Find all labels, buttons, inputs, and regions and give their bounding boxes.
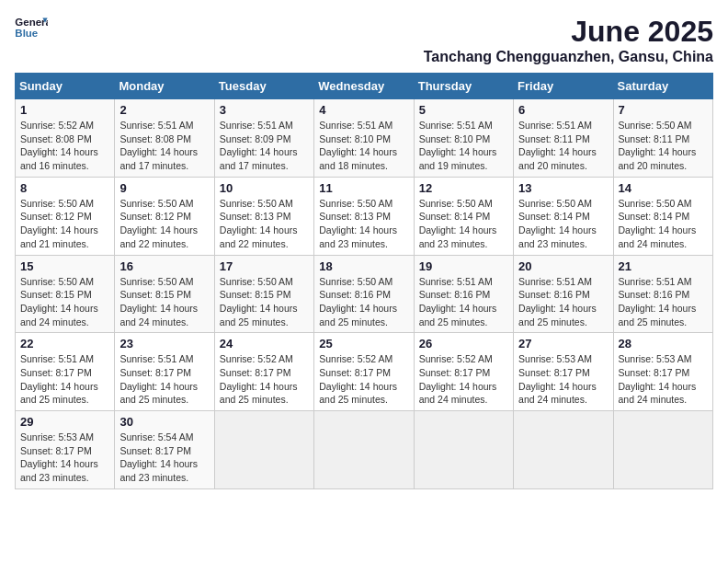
day-number: 4: [319, 103, 408, 117]
header-cell-friday: Friday: [514, 74, 613, 99]
day-info: Sunrise: 5:52 AM Sunset: 8:17 PM Dayligh…: [319, 352, 408, 407]
title-area: June 2025 Tanchang Chengguanzhen, Gansu,…: [424, 15, 713, 65]
day-info: Sunrise: 5:52 AM Sunset: 8:17 PM Dayligh…: [220, 352, 309, 407]
header-cell-tuesday: Tuesday: [214, 74, 313, 99]
day-number: 7: [619, 103, 708, 117]
logo: General Blue: [15, 15, 48, 42]
day-cell: [214, 411, 313, 489]
day-cell: 26Sunrise: 5:52 AM Sunset: 8:17 PM Dayli…: [414, 333, 513, 411]
day-cell: 14Sunrise: 5:50 AM Sunset: 8:14 PM Dayli…: [613, 177, 712, 255]
day-cell: 15Sunrise: 5:50 AM Sunset: 8:15 PM Dayli…: [16, 255, 115, 333]
day-cell: [314, 411, 414, 489]
day-number: 22: [20, 337, 109, 350]
day-cell: 17Sunrise: 5:50 AM Sunset: 8:15 PM Dayli…: [214, 255, 313, 333]
day-number: 25: [319, 337, 408, 350]
day-cell: [414, 411, 513, 489]
day-info: Sunrise: 5:51 AM Sunset: 8:08 PM Dayligh…: [119, 119, 209, 173]
day-cell: 16Sunrise: 5:50 AM Sunset: 8:15 PM Dayli…: [115, 255, 214, 333]
day-cell: [613, 411, 712, 489]
day-number: 11: [319, 181, 408, 195]
day-cell: [514, 411, 613, 489]
day-cell: 10Sunrise: 5:50 AM Sunset: 8:13 PM Dayli…: [214, 177, 313, 255]
day-info: Sunrise: 5:50 AM Sunset: 8:13 PM Dayligh…: [319, 197, 408, 251]
day-info: Sunrise: 5:51 AM Sunset: 8:09 PM Dayligh…: [220, 119, 309, 173]
day-info: Sunrise: 5:51 AM Sunset: 8:16 PM Dayligh…: [419, 275, 508, 329]
day-number: 19: [419, 259, 508, 273]
day-cell: 18Sunrise: 5:50 AM Sunset: 8:16 PM Dayli…: [314, 255, 414, 333]
day-info: Sunrise: 5:51 AM Sunset: 8:17 PM Dayligh…: [20, 352, 109, 407]
day-info: Sunrise: 5:50 AM Sunset: 8:12 PM Dayligh…: [119, 197, 209, 251]
day-cell: 11Sunrise: 5:50 AM Sunset: 8:13 PM Dayli…: [314, 177, 414, 255]
day-number: 20: [518, 259, 608, 273]
day-number: 15: [20, 259, 109, 273]
day-cell: 3Sunrise: 5:51 AM Sunset: 8:09 PM Daylig…: [214, 99, 313, 178]
day-info: Sunrise: 5:51 AM Sunset: 8:10 PM Dayligh…: [319, 119, 408, 173]
header-cell-sunday: Sunday: [16, 74, 115, 99]
day-number: 18: [319, 259, 408, 273]
day-number: 5: [419, 103, 508, 117]
day-info: Sunrise: 5:52 AM Sunset: 8:08 PM Dayligh…: [20, 119, 109, 173]
day-number: 24: [220, 337, 309, 350]
day-info: Sunrise: 5:50 AM Sunset: 8:13 PM Dayligh…: [220, 197, 309, 251]
day-cell: 1Sunrise: 5:52 AM Sunset: 8:08 PM Daylig…: [16, 99, 115, 178]
day-cell: 12Sunrise: 5:50 AM Sunset: 8:14 PM Dayli…: [414, 177, 513, 255]
day-number: 3: [220, 103, 309, 117]
month-title: June 2025: [424, 15, 713, 49]
header-cell-thursday: Thursday: [414, 74, 513, 99]
day-number: 10: [220, 181, 309, 195]
day-info: Sunrise: 5:50 AM Sunset: 8:14 PM Dayligh…: [619, 197, 708, 251]
day-cell: 19Sunrise: 5:51 AM Sunset: 8:16 PM Dayli…: [414, 255, 513, 333]
day-info: Sunrise: 5:51 AM Sunset: 8:17 PM Dayligh…: [119, 352, 209, 407]
header-cell-monday: Monday: [115, 74, 214, 99]
day-number: 23: [119, 337, 209, 350]
day-number: 26: [419, 337, 508, 350]
logo-icon: General Blue: [15, 15, 48, 42]
day-number: 17: [220, 259, 309, 273]
day-number: 29: [20, 415, 109, 429]
day-cell: 23Sunrise: 5:51 AM Sunset: 8:17 PM Dayli…: [115, 333, 214, 411]
day-info: Sunrise: 5:50 AM Sunset: 8:15 PM Dayligh…: [20, 275, 109, 329]
day-info: Sunrise: 5:52 AM Sunset: 8:17 PM Dayligh…: [419, 352, 508, 407]
day-info: Sunrise: 5:54 AM Sunset: 8:17 PM Dayligh…: [119, 431, 209, 485]
header-cell-saturday: Saturday: [613, 74, 712, 99]
day-info: Sunrise: 5:50 AM Sunset: 8:14 PM Dayligh…: [518, 197, 608, 251]
day-info: Sunrise: 5:53 AM Sunset: 8:17 PM Dayligh…: [20, 431, 109, 485]
day-number: 9: [119, 181, 209, 195]
day-number: 2: [119, 103, 209, 117]
day-number: 16: [119, 259, 209, 273]
day-info: Sunrise: 5:53 AM Sunset: 8:17 PM Dayligh…: [619, 352, 708, 407]
calendar-body: 1Sunrise: 5:52 AM Sunset: 8:08 PM Daylig…: [16, 99, 713, 489]
day-number: 13: [518, 181, 608, 195]
day-cell: 29Sunrise: 5:53 AM Sunset: 8:17 PM Dayli…: [16, 411, 115, 489]
day-cell: 27Sunrise: 5:53 AM Sunset: 8:17 PM Dayli…: [514, 333, 613, 411]
week-row-3: 22Sunrise: 5:51 AM Sunset: 8:17 PM Dayli…: [16, 333, 713, 411]
day-cell: 9Sunrise: 5:50 AM Sunset: 8:12 PM Daylig…: [115, 177, 214, 255]
day-cell: 4Sunrise: 5:51 AM Sunset: 8:10 PM Daylig…: [314, 99, 414, 178]
day-info: Sunrise: 5:50 AM Sunset: 8:14 PM Dayligh…: [419, 197, 508, 251]
day-number: 6: [518, 103, 608, 117]
day-cell: 13Sunrise: 5:50 AM Sunset: 8:14 PM Dayli…: [514, 177, 613, 255]
day-cell: 20Sunrise: 5:51 AM Sunset: 8:16 PM Dayli…: [514, 255, 613, 333]
day-cell: 30Sunrise: 5:54 AM Sunset: 8:17 PM Dayli…: [115, 411, 214, 489]
day-info: Sunrise: 5:50 AM Sunset: 8:15 PM Dayligh…: [220, 275, 309, 329]
day-info: Sunrise: 5:50 AM Sunset: 8:12 PM Dayligh…: [20, 197, 109, 251]
svg-text:General: General: [15, 17, 48, 28]
day-number: 30: [119, 415, 209, 429]
svg-text:Blue: Blue: [15, 28, 38, 39]
day-cell: 6Sunrise: 5:51 AM Sunset: 8:11 PM Daylig…: [514, 99, 613, 178]
day-number: 28: [619, 337, 708, 350]
week-row-1: 8Sunrise: 5:50 AM Sunset: 8:12 PM Daylig…: [16, 177, 713, 255]
day-info: Sunrise: 5:50 AM Sunset: 8:11 PM Dayligh…: [619, 119, 708, 173]
day-cell: 28Sunrise: 5:53 AM Sunset: 8:17 PM Dayli…: [613, 333, 712, 411]
day-cell: 21Sunrise: 5:51 AM Sunset: 8:16 PM Dayli…: [613, 255, 712, 333]
day-number: 8: [20, 181, 109, 195]
week-row-2: 15Sunrise: 5:50 AM Sunset: 8:15 PM Dayli…: [16, 255, 713, 333]
day-info: Sunrise: 5:51 AM Sunset: 8:11 PM Dayligh…: [518, 119, 608, 173]
day-number: 27: [518, 337, 608, 350]
calendar: SundayMondayTuesdayWednesdayThursdayFrid…: [15, 73, 713, 489]
day-cell: 25Sunrise: 5:52 AM Sunset: 8:17 PM Dayli…: [314, 333, 414, 411]
day-info: Sunrise: 5:50 AM Sunset: 8:15 PM Dayligh…: [119, 275, 209, 329]
day-number: 1: [20, 103, 109, 117]
calendar-header-row: SundayMondayTuesdayWednesdayThursdayFrid…: [16, 74, 713, 99]
week-row-4: 29Sunrise: 5:53 AM Sunset: 8:17 PM Dayli…: [16, 411, 713, 489]
